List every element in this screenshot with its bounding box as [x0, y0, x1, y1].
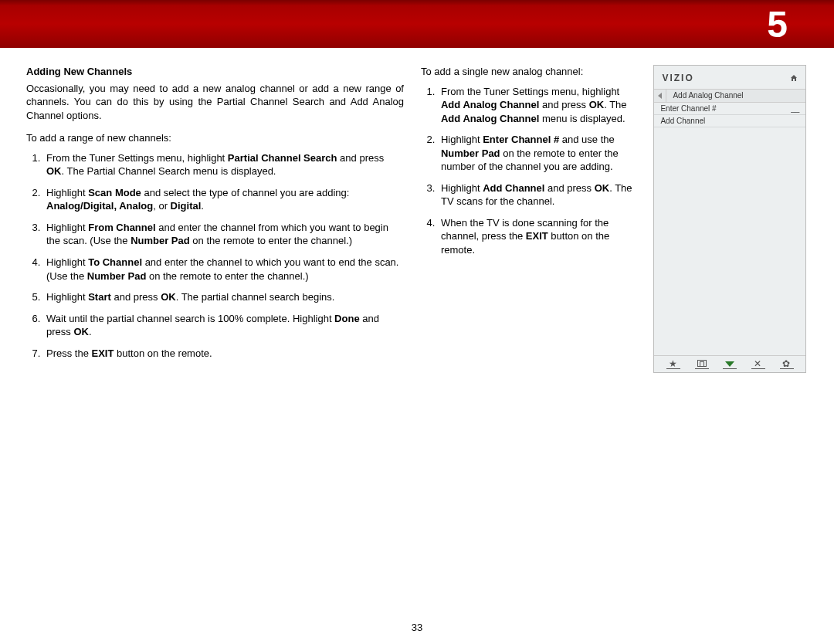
osd-label: Add Channel	[660, 116, 705, 127]
osd-footer: ★ ✕ ✿	[654, 355, 805, 372]
osd-body-space	[654, 127, 805, 355]
step-1: From the Tuner Settings menu, highlight …	[438, 85, 636, 126]
section-heading: Adding New Channels	[26, 65, 404, 79]
osd-title-bar: Add Analog Channel	[654, 89, 805, 103]
column-left: Adding New Channels Occasionally, you ma…	[26, 65, 404, 373]
osd-row-enter-channel[interactable]: Enter Channel # __	[654, 103, 805, 115]
step-2: Highlight Enter Channel # and use the Nu…	[438, 133, 636, 174]
column-middle: To add a single new analog channel: From…	[421, 65, 636, 373]
list-lead-single: To add a single new analog channel:	[421, 65, 636, 79]
step-4: When the TV is done scanning for the cha…	[438, 216, 636, 257]
osd-value: __	[791, 103, 799, 114]
osd-title: Add Analog Channel	[666, 90, 743, 101]
page-number: 33	[0, 622, 834, 633]
step-1: From the Tuner Settings menu, highlight …	[43, 151, 404, 178]
list-lead-range: To add a range of new channels:	[26, 131, 404, 145]
step-5: Highlight Start and press OK. The partia…	[43, 290, 404, 304]
chapter-number: 5	[767, 3, 788, 46]
step-3: Highlight Add Channel and press OK. The …	[438, 181, 636, 208]
steps-range: From the Tuner Settings menu, highlight …	[26, 151, 404, 361]
step-7: Press the EXIT button on the remote.	[43, 347, 404, 361]
osd-logo: VIZIO	[662, 72, 693, 84]
gear-icon[interactable]: ✿	[782, 358, 790, 369]
step-3: Highlight From Channel and enter the cha…	[43, 221, 404, 248]
chapter-header-bar: 5	[0, 0, 834, 48]
osd-label: Enter Channel #	[660, 103, 716, 114]
chevron-down-icon[interactable]	[725, 361, 734, 367]
star-icon[interactable]: ★	[669, 358, 677, 369]
osd-row-add-channel[interactable]: Add Channel	[654, 115, 805, 127]
step-2: Highlight Scan Mode and select the type …	[43, 186, 404, 213]
page-body: Adding New Channels Occasionally, you ma…	[0, 48, 834, 381]
steps-single: From the Tuner Settings menu, highlight …	[421, 85, 636, 257]
close-icon[interactable]: ✕	[754, 358, 761, 369]
column-right: VIZIO Add Analog Channel Enter Channel #…	[653, 65, 808, 373]
intro-paragraph: Occasionally, you may need to add a new …	[26, 82, 404, 123]
osd-menu: VIZIO Add Analog Channel Enter Channel #…	[653, 65, 806, 373]
step-6: Wait until the partial channel search is…	[43, 312, 404, 339]
step-4: Highlight To Channel and enter the chann…	[43, 256, 404, 283]
home-icon[interactable]	[790, 74, 798, 82]
back-icon[interactable]	[654, 90, 666, 102]
osd-header: VIZIO	[654, 66, 805, 89]
wide-icon[interactable]	[697, 360, 707, 367]
